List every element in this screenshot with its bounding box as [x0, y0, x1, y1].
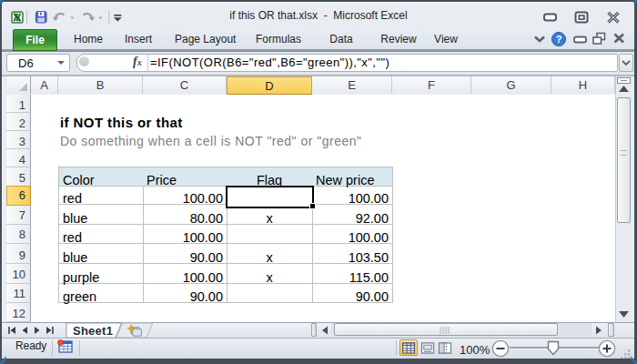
svg-text:?: ?	[556, 34, 562, 45]
